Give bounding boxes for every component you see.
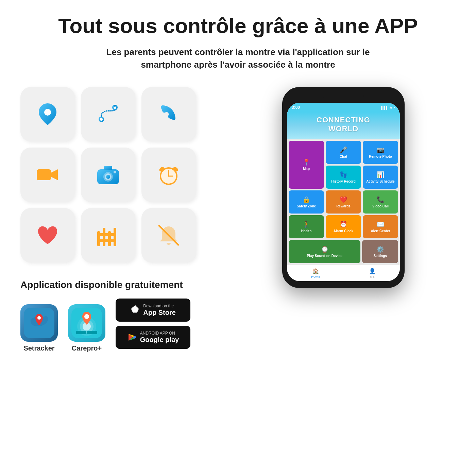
icon-tile-fence [81,208,135,262]
svg-point-28 [37,316,41,320]
alarm-clock-icon2: ⏰ [340,221,347,227]
play-sound-label: Play Sound on Device [307,254,342,258]
google-play-button[interactable]: ANDROID APP ON Google play [116,326,190,349]
app-row: Setracker [20,299,218,352]
tile-safety[interactable]: 🔒 Safety Zone [289,190,324,214]
app-title: CONNECTING WORLD [287,116,400,134]
status-time: 3:00 [292,105,300,110]
fence-icon [95,222,122,249]
battery-icon: ▪ [394,106,395,109]
tile-remote-photo[interactable]: 📷 Remote Photo [363,141,398,164]
app-store-button[interactable]: Download on the App Store [116,299,190,322]
left-section: Application disponible gratuitement [20,87,218,352]
route-map-icon [95,101,122,128]
rewards-label: Rewards [336,204,351,208]
activity-label: Activity Schedule [366,180,394,183]
grid-bot1: 🚶 Health ⏰ Alarm Clock ✉️ Alert Center [289,215,398,238]
apple-icon [130,305,140,315]
video-call-icon: 📞 [377,197,384,203]
tile-alarm-clock[interactable]: ⏰ Alarm Clock [326,215,361,238]
tile-activity[interactable]: 📊 Activity Schedule [363,166,398,189]
content-row: Application disponible gratuitement [20,87,456,352]
history-icon: 👣 [340,172,347,178]
map-icon: 📍 [303,159,310,165]
icon-tile-route [81,87,135,141]
icon-tile-phone [141,87,196,141]
setracker-icon[interactable] [20,304,58,342]
location-pin-icon [34,101,61,128]
available-section: Application disponible gratuitement [20,279,218,352]
activity-icon: 📊 [377,172,384,178]
icon-tile-heart [20,208,75,262]
remote-photo-icon: 📷 [377,147,384,153]
google-play-text: ANDROID APP ON Google play [140,331,179,344]
svg-rect-21 [114,228,116,246]
tile-alert-center[interactable]: ✉️ Alert Center [363,215,398,238]
google-play-icon [127,333,137,342]
tile-history[interactable]: 👣 History Record [326,166,361,189]
safety-label: Safety Zone [297,204,316,208]
phone-header: CONNECTING WORLD [287,112,400,139]
tile-health[interactable]: 🚶 Health [289,215,324,238]
remote-photo-label: Remote Photo [369,155,392,158]
play-sound-icon: ⌚ [321,246,328,252]
carepro-icon[interactable] [68,304,105,342]
tile-video-call[interactable]: 📞 Video Call [363,190,398,214]
app-store-text: Download on the App Store [143,304,176,317]
tile-rewards[interactable]: ❤️ Rewards [326,190,361,214]
app-store-large: App Store [143,308,176,317]
video-camera-icon [34,161,61,188]
svg-point-33 [84,314,89,319]
alert-center-icon: ✉️ [377,221,384,227]
available-title: Application disponible gratuitement [20,279,218,290]
history-label: History Record [331,180,356,183]
nav-me[interactable]: 👤 ME [369,268,376,278]
phone-section: 3:00 ▌▌▌ ≋ ▪ CONNECTING WORLD [231,87,456,288]
map-label: Map [303,167,310,171]
home-nav-icon: 🏠 [312,268,319,274]
setracker-logo [24,308,54,338]
camera-icon [95,161,122,188]
bell-off-icon [155,222,182,249]
svg-point-4 [100,118,103,121]
tile-chat[interactable]: 🎤 Chat [326,141,361,164]
page-subtitle: Les parents peuvent contrôler la montre … [99,46,377,71]
rewards-icon: ❤️ [340,197,347,203]
icon-tile-alarm [141,148,196,202]
alarm-clock-label: Alarm Clock [334,229,353,233]
safety-icon: 🔒 [303,197,310,203]
wifi-icon: ≋ [390,106,392,109]
phone-bottom-bar: 🏠 HOME 👤 ME [287,265,400,281]
icon-tile-bell-off [141,208,196,262]
icon-tile-camera [81,148,135,202]
chat-label: Chat [340,155,347,158]
app-store-small: Download on the [143,304,176,308]
heart-icon [34,222,61,249]
google-play-large: Google play [140,336,179,344]
svg-rect-5 [37,169,51,180]
carepro-logo [71,308,102,338]
health-label: Health [301,229,312,233]
svg-rect-23 [97,239,116,242]
icon-tile-video [20,148,75,202]
google-play-small: ANDROID APP ON [140,331,179,336]
me-nav-label: ME [370,275,375,278]
tile-play-sound[interactable]: ⌚ Play Sound on Device [289,240,360,263]
tile-settings[interactable]: ⚙️ Settings [362,240,398,263]
nav-home[interactable]: 🏠 HOME [311,268,320,278]
alert-center-label: Alert Center [371,229,390,233]
me-nav-icon: 👤 [369,268,376,274]
icons-grid [20,87,218,262]
grid-top: 🎤 Chat 📷 Remote Photo 📍 Map 👣 [289,141,398,189]
tile-map[interactable]: 📍 Map [289,141,324,189]
alarm-clock-icon [155,161,182,188]
status-right: ▌▌▌ ≋ ▪ [381,106,395,109]
svg-rect-35 [87,331,97,334]
status-bar: 3:00 ▌▌▌ ≋ ▪ [287,103,400,112]
svg-point-11 [114,171,116,173]
settings-label: Settings [373,254,387,258]
svg-point-0 [44,109,51,116]
app-grid: 🎤 Chat 📷 Remote Photo 📍 Map 👣 [287,139,400,265]
svg-point-9 [106,175,110,179]
svg-rect-10 [104,166,112,170]
